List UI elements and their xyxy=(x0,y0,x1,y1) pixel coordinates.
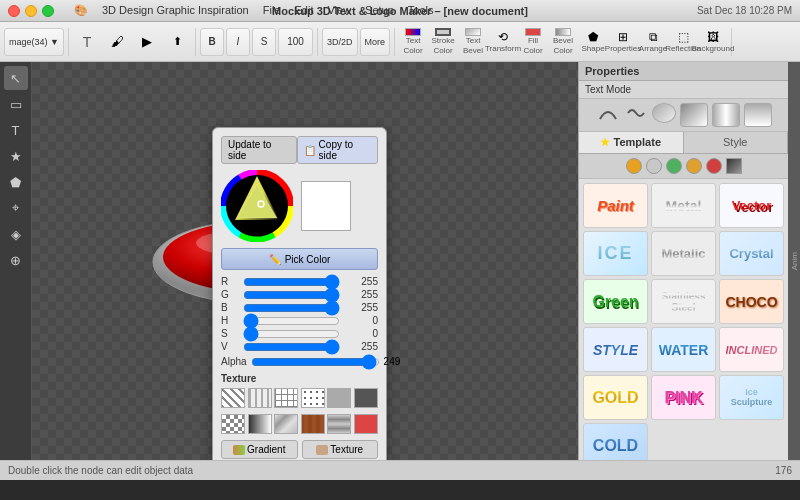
cp-bottom-buttons: Gradient Texture ⊞ Multi-Texture ✕ Clear xyxy=(221,440,378,460)
template-metal[interactable]: Metal xyxy=(651,183,716,228)
sat-slider[interactable] xyxy=(243,330,340,338)
properties-button[interactable]: ⊞ Properties xyxy=(609,28,637,56)
text-bevel-button[interactable]: Text Bevel xyxy=(459,28,487,56)
pattern-tool[interactable]: ◈ xyxy=(4,222,28,246)
shape-tool-3[interactable] xyxy=(652,103,676,123)
font-size-input[interactable]: 100 xyxy=(278,28,313,56)
template-gold[interactable]: GOLD xyxy=(583,375,648,420)
texture-button[interactable]: Texture xyxy=(302,440,379,459)
close-button[interactable] xyxy=(8,5,20,17)
color-group: Text Color Stroke Color Text Bevel ⟲ Tra… xyxy=(399,28,732,56)
format-group: B I S 100 xyxy=(200,28,318,56)
text-color-button[interactable]: Text Color xyxy=(399,28,427,56)
app-title[interactable]: 3D Design Graphic Inspiration xyxy=(102,4,249,17)
template-metalic[interactable]: Metalic xyxy=(651,231,716,276)
style-brush-button[interactable]: 🖌 xyxy=(103,28,131,56)
italic-button[interactable]: I xyxy=(226,28,250,56)
template-vector[interactable]: Vector xyxy=(719,183,784,228)
text-tool[interactable]: T xyxy=(4,118,28,142)
red-slider[interactable] xyxy=(243,278,340,286)
style-dot-6[interactable] xyxy=(726,158,742,174)
shape-button[interactable]: ⬟ Shape xyxy=(579,28,607,56)
template-crystal[interactable]: Crystal xyxy=(719,231,784,276)
mode-input[interactable]: mage(34) ▼ xyxy=(4,28,64,56)
canvas-area[interactable]: Update to side 📋 Copy to side xyxy=(32,62,578,460)
template-style[interactable]: STYLE xyxy=(583,327,648,372)
template-inclined[interactable]: INCLINED xyxy=(719,327,784,372)
style-dots-row xyxy=(579,154,788,179)
shape-tool[interactable]: ⬟ xyxy=(4,170,28,194)
texture-solid-gray[interactable] xyxy=(327,388,351,408)
texture-marble[interactable] xyxy=(274,414,298,434)
blue-slider[interactable] xyxy=(243,304,340,312)
bold-button[interactable]: B xyxy=(200,28,224,56)
export-button[interactable]: ⬆ xyxy=(163,28,191,56)
alpha-slider[interactable] xyxy=(251,358,380,366)
transform-button[interactable]: ⟲ Transform xyxy=(489,28,517,56)
star-tool[interactable]: ★ xyxy=(4,144,28,168)
texture-gradient[interactable] xyxy=(248,414,272,434)
tab-template[interactable]: ★ Template xyxy=(579,132,684,153)
rectangle-tool[interactable]: ▭ xyxy=(4,92,28,116)
play-button[interactable]: ▶ xyxy=(133,28,161,56)
tab-style[interactable]: Style xyxy=(684,132,789,153)
tabs-bar: ★ Template Style xyxy=(579,132,788,154)
pick-color-button[interactable]: ✏️ Pick Color xyxy=(221,248,378,270)
copy-to-side-button[interactable]: 📋 Copy to side xyxy=(297,136,378,164)
texture-dots[interactable] xyxy=(301,388,325,408)
template-water[interactable]: WATER xyxy=(651,327,716,372)
fill-color-button[interactable]: Fill Color xyxy=(519,28,547,56)
hue-slider[interactable] xyxy=(243,317,340,325)
shape-tool-2[interactable] xyxy=(624,103,648,123)
texture-crosshatch[interactable] xyxy=(274,388,298,408)
texture-metal[interactable] xyxy=(327,414,351,434)
gradient-button[interactable]: Gradient xyxy=(221,440,298,459)
shape-tool-5[interactable] xyxy=(712,103,740,127)
style-dot-5[interactable] xyxy=(706,158,722,174)
texture-grid-row1 xyxy=(221,388,378,408)
template-green[interactable]: Green xyxy=(583,279,648,324)
edit-text-button[interactable]: T 3D/2D xyxy=(73,28,101,56)
texture-label: Texture xyxy=(221,373,378,384)
val-slider[interactable] xyxy=(243,343,340,351)
shape-tool-1[interactable] xyxy=(596,103,620,123)
3d-2d-button[interactable]: 3D/2D xyxy=(322,28,358,56)
stroke-color-button[interactable]: Stroke Color xyxy=(429,28,457,56)
node-tool[interactable]: ⌖ xyxy=(4,196,28,220)
select-tool[interactable]: ↖ xyxy=(4,66,28,90)
template-pink[interactable]: PINK xyxy=(651,375,716,420)
texture-stripes[interactable] xyxy=(221,388,245,408)
template-choco[interactable]: CHOCO xyxy=(719,279,784,324)
texture-solid-dark[interactable] xyxy=(354,388,378,408)
shape-tools-row xyxy=(579,99,788,132)
arrange-button[interactable]: ⧉ Arrange xyxy=(639,28,667,56)
style-dot-4[interactable] xyxy=(686,158,702,174)
template-paint[interactable]: Paint xyxy=(583,183,648,228)
template-ice[interactable]: ICE xyxy=(583,231,648,276)
shape-tool-6[interactable] xyxy=(744,103,772,127)
green-slider[interactable] xyxy=(243,291,340,299)
texture-wave[interactable] xyxy=(248,388,272,408)
update-to-side-button[interactable]: Update to side xyxy=(221,136,297,164)
template-stainless[interactable]: StainlessSteel xyxy=(651,279,716,324)
rgb-sliders: R 255 G 255 B 255 H 0 S 0 V xyxy=(221,276,378,352)
style-dot-1[interactable] xyxy=(626,158,642,174)
maximize-button[interactable] xyxy=(42,5,54,17)
minimize-button[interactable] xyxy=(25,5,37,17)
color-wheel[interactable] xyxy=(221,170,293,242)
traffic-lights[interactable] xyxy=(8,5,54,17)
zoom-tool[interactable]: ⊕ xyxy=(4,248,28,272)
app-icon: 🎨 xyxy=(74,4,88,17)
template-cold[interactable]: COLD xyxy=(583,423,648,460)
texture-checker[interactable] xyxy=(221,414,245,434)
bevel-color-button[interactable]: Bevel Color xyxy=(549,28,577,56)
strike-button[interactable]: S xyxy=(252,28,276,56)
texture-red[interactable] xyxy=(354,414,378,434)
template-ice-sculpture[interactable]: IceSculpture xyxy=(719,375,784,420)
style-dot-3[interactable] xyxy=(666,158,682,174)
more-button[interactable]: More xyxy=(360,28,391,56)
shape-tool-4[interactable] xyxy=(680,103,708,127)
style-dot-2[interactable] xyxy=(646,158,662,174)
texture-wood[interactable] xyxy=(301,414,325,434)
background-button[interactable]: 🖼 Background xyxy=(699,28,727,56)
